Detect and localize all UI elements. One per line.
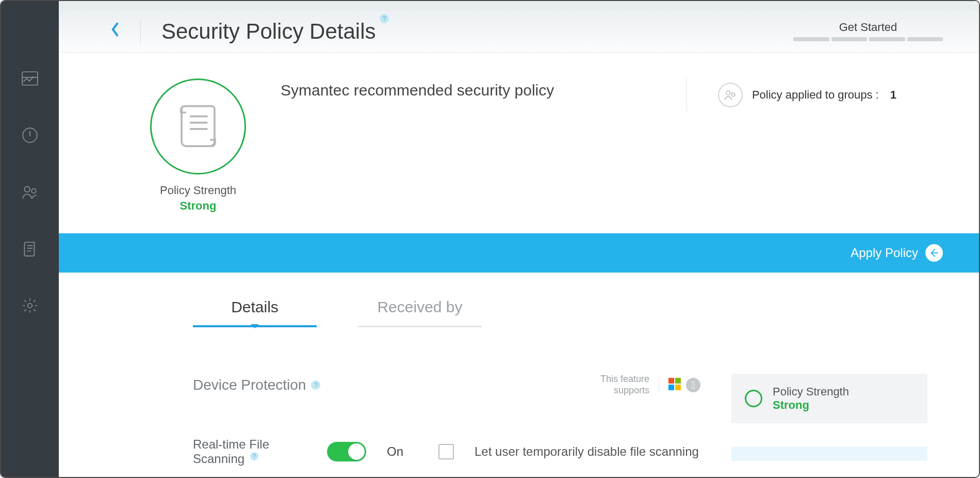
svg-rect-0 [22, 72, 38, 85]
supports-line1: This feature [600, 374, 649, 385]
svg-point-5 [726, 91, 730, 95]
checkbox-label: Let user temporarily disable file scanni… [475, 444, 699, 459]
groups-icon [718, 83, 743, 107]
svg-point-4 [28, 304, 32, 308]
users-icon [21, 183, 39, 201]
info-panel-placeholder [731, 447, 927, 461]
strength-label: Policy Strength [141, 184, 255, 197]
get-started-label: Get Started [793, 21, 943, 34]
tab-received-by-label: Received by [377, 298, 462, 315]
card-strength-label: Policy Strength [773, 385, 849, 399]
tab-received-by[interactable]: Received by [358, 298, 482, 327]
apply-policy-bar: Apply Policy [59, 233, 979, 273]
apply-policy-label: Apply Policy [851, 246, 918, 260]
checkbox-allow-disable[interactable] [438, 444, 454, 459]
apple-icon:  [686, 378, 700, 392]
window-top-strip [59, 1, 979, 10]
policy-strength-badge: Policy Strength Strong [141, 78, 255, 213]
nav-groups[interactable] [20, 182, 40, 202]
policy-summary: Policy Strength Strong Symantec recommen… [59, 53, 979, 233]
section-device-protection: Device Protection ? [193, 377, 320, 393]
details-left-column: Device Protection ? This feature support… [193, 374, 700, 466]
policy-scroll-icon [176, 101, 220, 152]
get-started-panel[interactable]: Get Started [793, 21, 943, 41]
applied-label: Policy applied to groups : [752, 88, 879, 102]
page-title-text: Security Policy Details [161, 19, 375, 43]
strength-value: Strong [141, 199, 255, 213]
scroll-icon [21, 240, 39, 258]
details-pane: Device Protection ? This feature support… [59, 327, 979, 466]
toggle-state: On [387, 444, 418, 459]
page-header: Security Policy Details ? Get Started [59, 10, 979, 53]
side-nav [1, 1, 59, 477]
dashboard-icon [21, 70, 39, 87]
applied-to-groups[interactable]: Policy applied to groups : 1 [687, 78, 896, 111]
svg-point-3 [31, 189, 36, 194]
gear-icon [21, 297, 39, 314]
help-icon[interactable]: ? [311, 380, 320, 390]
header-divider [140, 19, 141, 44]
alert-icon [21, 126, 39, 144]
nav-dashboard[interactable] [20, 68, 40, 89]
supports-line2: supports [600, 385, 649, 396]
nav-alerts[interactable] [20, 125, 40, 146]
toggle-knob [348, 443, 365, 460]
page-title: Security Policy Details ? [161, 19, 375, 44]
tab-bar: Details Received by [59, 273, 979, 327]
apply-icon [925, 244, 943, 262]
card-strength-value: Strong [773, 399, 849, 412]
svg-point-2 [24, 186, 30, 192]
tab-details[interactable]: Details [193, 298, 317, 327]
applied-count: 1 [890, 88, 896, 102]
back-button[interactable] [110, 22, 120, 40]
tab-details-label: Details [231, 298, 279, 315]
policy-name: Symantec recommended security policy [281, 82, 687, 99]
toggle-realtime-scanning[interactable] [327, 442, 366, 461]
apply-policy-button[interactable]: Apply Policy [851, 244, 943, 262]
policy-strength-card: Policy Strength Strong [731, 374, 927, 423]
strength-ring-icon [745, 390, 762, 407]
section-title-text: Device Protection [193, 377, 306, 393]
nav-settings[interactable] [20, 295, 40, 316]
feature-supports: This feature supports  [600, 374, 700, 396]
help-icon[interactable]: ? [380, 14, 389, 23]
main-content: Security Policy Details ? Get Started [59, 1, 979, 477]
progress-indicator [793, 37, 943, 41]
svg-point-6 [731, 93, 735, 97]
setting-name: Real-time File Scanning ? [193, 437, 306, 466]
help-icon[interactable]: ? [250, 452, 258, 460]
windows-icon [668, 378, 681, 390]
policy-strength-circle [150, 78, 246, 174]
chevron-left-icon [110, 22, 120, 37]
setting-realtime-scanning: Real-time File Scanning ? On Let user te… [193, 437, 700, 466]
nav-policies[interactable] [20, 238, 40, 259]
